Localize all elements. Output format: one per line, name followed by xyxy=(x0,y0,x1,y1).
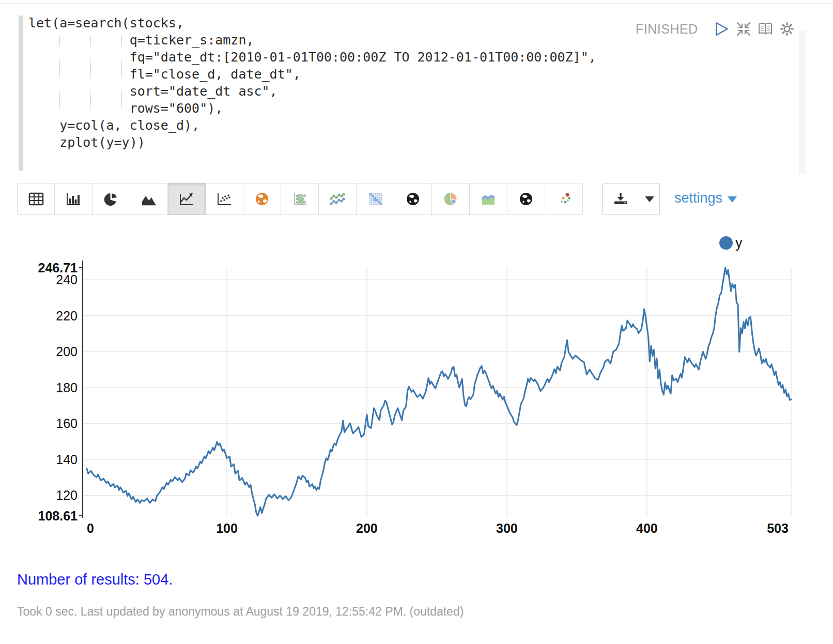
compress-icon[interactable] xyxy=(735,21,752,37)
download-button-group xyxy=(602,183,660,215)
code-block[interactable]: let(a=search(stocks, q=ticker_s:amzn, fq… xyxy=(28,14,596,151)
y-axis-tick-label: 108.61 xyxy=(38,509,78,523)
y-axis-tick-label: 180 xyxy=(56,380,78,395)
y-axis-tick-label: 140 xyxy=(56,452,78,467)
x-axis-tick-label: 300 xyxy=(496,521,518,535)
stacked-area-icon xyxy=(480,192,497,206)
x-axis-tick-label: 503 xyxy=(767,521,789,535)
bubble-matrix-icon xyxy=(291,192,308,206)
run-play-icon[interactable] xyxy=(714,21,730,37)
series-line-y xyxy=(87,268,791,516)
x-axis-tick-label: 0 xyxy=(87,521,94,535)
pie-colored-icon xyxy=(442,192,459,206)
chart-type-toolbar xyxy=(17,183,583,215)
area-chart-button[interactable] xyxy=(130,183,168,215)
multi-line-icon xyxy=(329,192,346,206)
book-icon[interactable] xyxy=(757,21,774,37)
bubble-matrix-button[interactable] xyxy=(281,183,319,215)
line-chart-icon xyxy=(178,192,195,206)
scatter-colored-icon xyxy=(556,192,572,206)
code-line: q=ticker_s:amzn, xyxy=(28,32,596,49)
code-line: y=col(a, close_d), xyxy=(28,117,596,134)
x-axis-tick-label: 200 xyxy=(356,521,378,535)
y-axis-tick-label: 160 xyxy=(56,416,78,431)
table-button[interactable] xyxy=(17,183,55,215)
multi-line-chart-button[interactable] xyxy=(319,183,357,215)
line-chart-canvas: 246.71240220200180160140120108.610100200… xyxy=(0,222,833,543)
bar-chart-icon xyxy=(65,192,82,206)
globe-orange-icon xyxy=(254,192,270,206)
code-line: let(a=search(stocks, xyxy=(28,14,596,32)
scatter-chart-button[interactable] xyxy=(206,183,243,215)
scatter-colored-button[interactable] xyxy=(545,183,583,215)
chart-area[interactable]: 246.71240220200180160140120108.610100200… xyxy=(0,222,833,543)
code-line: sort="date_dt asc", xyxy=(28,83,596,100)
scatter-chart-icon xyxy=(216,192,233,206)
paragraph-status-line: Took 0 sec. Last updated by anonymous at… xyxy=(17,605,464,619)
code-line: fq="date_dt:[2010-01-01T00:00:00Z TO 201… xyxy=(28,49,596,66)
caret-down-icon xyxy=(645,196,654,202)
y-axis-tick-label: 120 xyxy=(56,488,78,502)
code-line: rows="600"), xyxy=(28,100,596,117)
settings-toggle[interactable]: settings xyxy=(674,190,737,206)
legend-dot[interactable] xyxy=(719,236,733,250)
line-chart-button[interactable] xyxy=(168,183,206,215)
heatmap-button[interactable] xyxy=(357,183,394,215)
status-badge: FINISHED xyxy=(636,22,698,37)
y-axis-tick-label: 240 xyxy=(56,272,78,287)
settings-caret-icon xyxy=(728,196,737,203)
settings-label: settings xyxy=(674,190,722,206)
editor-gutter-bar xyxy=(19,16,23,171)
pie-chart-button[interactable] xyxy=(92,183,130,215)
pie-chart-icon xyxy=(103,192,119,206)
x-axis-tick-label: 400 xyxy=(636,521,658,535)
download-icon xyxy=(612,192,629,206)
stacked-area-button[interactable] xyxy=(470,183,507,215)
paragraph-top-border xyxy=(0,3,833,4)
code-line: fl="close_d, date_dt", xyxy=(28,66,596,83)
map-globe-orange-button[interactable] xyxy=(243,183,281,215)
area-chart-icon xyxy=(141,192,157,206)
chart-legend[interactable]: y xyxy=(719,235,743,251)
download-button[interactable] xyxy=(602,183,639,215)
paragraph-controls: FINISHED xyxy=(636,19,796,39)
code-line: zplot(y=y)) xyxy=(28,134,596,151)
pie-colored-button[interactable] xyxy=(432,183,470,215)
bar-chart-button[interactable] xyxy=(55,183,92,215)
map-globe-black-button[interactable] xyxy=(394,183,432,215)
download-options-button[interactable] xyxy=(639,183,660,215)
globe-black-icon xyxy=(405,192,421,206)
zeppelin-paragraph: let(a=search(stocks, q=ticker_s:amzn, fq… xyxy=(0,0,833,644)
map-globe-black-button-2[interactable] xyxy=(507,183,545,215)
heatmap-icon xyxy=(367,192,383,206)
gear-icon[interactable] xyxy=(779,21,795,37)
editor-scrollbar[interactable] xyxy=(799,31,806,174)
y-axis-tick-label: 220 xyxy=(56,309,78,323)
table-icon xyxy=(28,192,44,206)
x-axis-tick-label: 100 xyxy=(216,521,238,535)
legend-label[interactable]: y xyxy=(735,235,743,251)
y-axis-tick-label: 200 xyxy=(56,344,78,359)
results-count-text: Number of results: 504. xyxy=(17,571,173,588)
globe-black-icon xyxy=(518,192,534,206)
